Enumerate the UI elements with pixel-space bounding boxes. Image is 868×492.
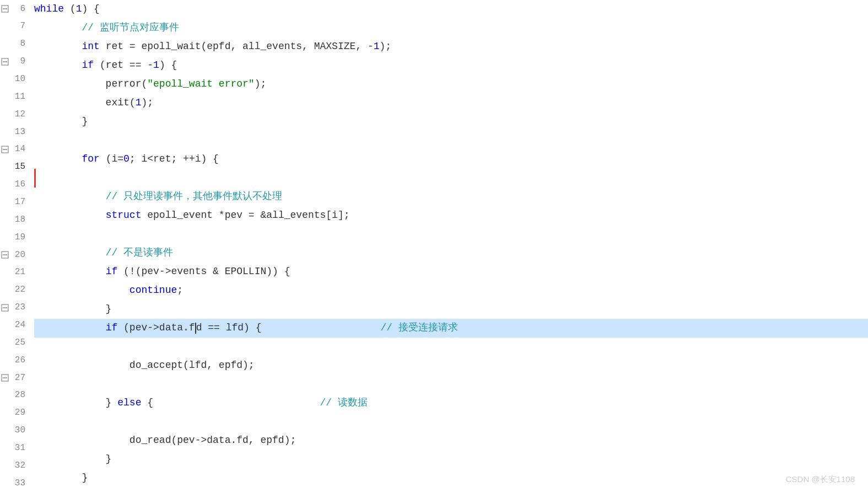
code-token: // 只处理读事件，其他事件默认不处理	[106, 189, 282, 205]
line-number-row: 15	[0, 158, 29, 176]
line-number-row: 17	[0, 193, 29, 211]
code-token: (ret == -	[94, 58, 153, 73]
code-token	[34, 152, 82, 167]
code-token: (!(pev->events & EPOLLIN)) {	[117, 264, 290, 280]
line-number-row: 18	[0, 211, 29, 228]
code-token	[262, 320, 381, 336]
line-number: 7	[0, 19, 29, 33]
code-token: while	[34, 2, 64, 17]
line-number-row: 19	[0, 228, 29, 246]
code-line[interactable]	[34, 413, 868, 431]
line-number: 18	[0, 213, 29, 227]
fold-icon[interactable]	[0, 303, 10, 313]
line-number-row: 14	[0, 141, 29, 158]
code-token: 1	[153, 58, 159, 73]
code-line[interactable]	[34, 131, 868, 150]
line-number: 11	[0, 90, 29, 104]
line-number: 10	[0, 72, 29, 86]
code-token: // 接受连接请求	[381, 320, 458, 336]
code-line[interactable]: while (1) {	[34, 0, 868, 19]
code-line[interactable]: int ret = epoll_wait(epfd, all_events, M…	[34, 38, 868, 56]
code-line[interactable]: }	[34, 300, 868, 319]
code-line[interactable]: do_accept(lfd, epfd);	[34, 356, 868, 375]
code-line[interactable]: perror("epoll_wait error");	[34, 75, 868, 94]
line-number-row: 24	[0, 316, 29, 334]
code-line[interactable]	[34, 338, 868, 356]
line-number-row: 25	[0, 334, 29, 351]
line-number-row: 13	[0, 123, 29, 141]
code-line[interactable]: if (ret == -1) {	[34, 56, 868, 75]
code-token: }	[34, 452, 111, 467]
code-token: "epoll_wait error"	[147, 77, 254, 92]
code-line[interactable]: continue;	[34, 281, 868, 300]
code-line[interactable]: }	[34, 469, 868, 488]
line-number: 15	[0, 160, 29, 174]
code-line[interactable]: }	[34, 450, 868, 469]
code-token: }	[34, 395, 117, 411]
line-number: 8	[0, 37, 29, 51]
code-token: struct	[106, 208, 142, 223]
code-token: // 不是读事件	[106, 245, 173, 261]
line-number: 31	[0, 441, 29, 455]
fold-icon[interactable]	[0, 373, 10, 383]
line-number-row: 6	[0, 0, 29, 18]
code-token: 0	[123, 152, 130, 167]
code-token: continue	[130, 283, 177, 298]
code-line[interactable]	[34, 169, 868, 188]
code-token: do_accept(lfd, epfd);	[34, 358, 255, 373]
fold-icon[interactable]	[0, 4, 10, 14]
code-line[interactable]: // 只处理读事件，其他事件默认不处理	[34, 188, 868, 206]
line-number: 16	[0, 178, 29, 191]
line-number-row: 27	[0, 369, 29, 387]
code-line[interactable]: // 监听节点对应事件	[34, 19, 868, 38]
code-line[interactable]: // 不是读事件	[34, 244, 868, 263]
code-line[interactable]: for (i=0; i<ret; ++i) {	[34, 150, 868, 169]
fold-icon[interactable]	[0, 145, 10, 154]
code-token: 1	[374, 39, 380, 55]
code-area[interactable]: while (1) { // 监听节点对应事件 int ret = epoll_…	[29, 0, 868, 492]
code-line[interactable]: }	[34, 488, 868, 492]
code-line[interactable]: exit(1);	[34, 94, 868, 113]
code-line[interactable]: if (pev->data.fd == lfd) { // 接受连接请求	[34, 319, 868, 338]
line-number-row: 9	[0, 53, 29, 71]
code-token: epoll_event *pev = &all_events[i];	[141, 208, 349, 223]
code-token: {	[141, 395, 153, 411]
code-line[interactable]	[34, 225, 868, 244]
line-number: 13	[0, 125, 29, 139]
code-token: else	[117, 395, 141, 411]
code-token: if	[106, 320, 118, 336]
code-token	[34, 20, 82, 36]
line-number-row: 30	[0, 422, 29, 440]
code-token: if	[82, 58, 94, 73]
code-token: );	[380, 39, 392, 55]
line-number-row: 26	[0, 351, 29, 369]
line-number-row: 21	[0, 264, 29, 281]
line-number: 12	[0, 108, 29, 121]
line-number-row: 11	[0, 88, 29, 105]
code-token: 1	[76, 2, 82, 17]
code-line[interactable]: struct epoll_event *pev = &all_events[i]…	[34, 206, 868, 225]
line-number: 33	[0, 477, 29, 490]
fold-icon[interactable]	[0, 57, 10, 67]
code-token: }	[34, 489, 64, 492]
fold-icon[interactable]	[0, 250, 10, 260]
line-number-row: 20	[0, 246, 29, 264]
code-line[interactable]: } else { // 读数据	[34, 394, 868, 413]
line-number: 22	[0, 283, 29, 297]
line-number-row: 7	[0, 18, 29, 35]
line-number-row: 8	[0, 35, 29, 53]
code-token: ret = epoll_wait(epfd, all_events, MAXSI…	[100, 39, 374, 55]
line-number-row: 33	[0, 474, 29, 492]
watermark: CSDN @长安1108	[786, 473, 855, 485]
line-number: 17	[0, 195, 29, 209]
code-line[interactable]: do_read(pev->data.fd, epfd);	[34, 431, 868, 450]
line-number: 29	[0, 406, 29, 420]
code-token: }	[34, 114, 88, 130]
code-token: );	[255, 77, 267, 92]
code-line[interactable]	[34, 375, 868, 394]
code-line[interactable]: }	[34, 113, 868, 131]
code-line[interactable]: if (!(pev->events & EPOLLIN)) {	[34, 263, 868, 281]
line-number-row: 23	[0, 299, 29, 317]
code-token: }	[34, 470, 88, 486]
line-number-row: 22	[0, 281, 29, 299]
